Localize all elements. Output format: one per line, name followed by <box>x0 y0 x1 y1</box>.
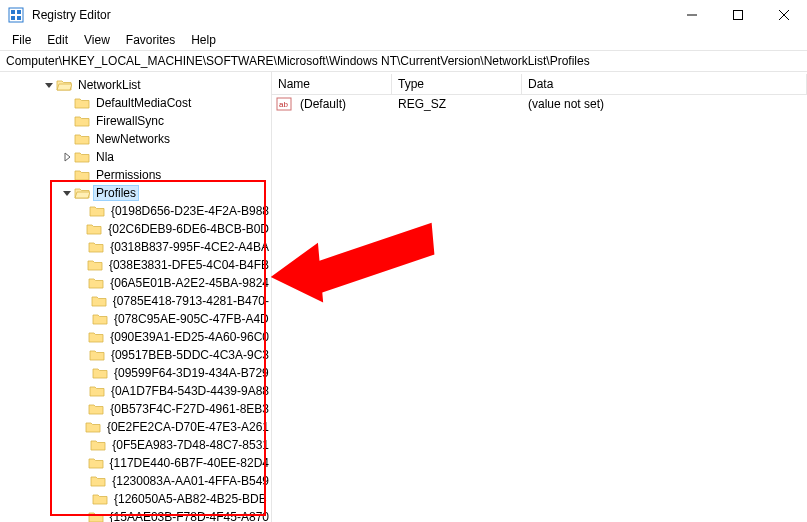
tree-item-profile-guid[interactable]: {0B573F4C-F27D-4961-8EB3 <box>0 400 271 418</box>
tree-item-label: {126050A5-AB82-4B25-BDB <box>112 492 269 506</box>
folder-icon <box>88 510 104 522</box>
list-pane: Name Type Data ab(Default)REG_SZ(value n… <box>272 72 807 522</box>
tree-item-profile-guid[interactable]: {038E3831-DFE5-4C04-B4FB <box>0 256 271 274</box>
folder-icon <box>74 132 90 146</box>
tree-expander[interactable] <box>75 348 89 362</box>
cell-name: (Default) <box>294 96 392 112</box>
tree-item-profile-guid[interactable]: {0F5EA983-7D48-48C7-8531 <box>0 436 271 454</box>
col-header-name[interactable]: Name <box>272 74 392 94</box>
tree-item-label: {0A1D7FB4-543D-4439-9A88 <box>109 384 271 398</box>
tree-item-profile-guid[interactable]: {0785E418-7913-4281-B470- <box>0 292 271 310</box>
tree-item-label: {078C95AE-905C-47FB-A4D <box>112 312 271 326</box>
titlebar: Registry Editor <box>0 0 807 30</box>
svg-rect-6 <box>734 11 743 20</box>
tree-item-profile-guid[interactable]: {126050A5-AB82-4B25-BDB <box>0 490 271 508</box>
tree-item-nla[interactable]: Nla <box>0 148 271 166</box>
tree-expander[interactable] <box>42 78 56 92</box>
tree-item-profile-guid[interactable]: {06A5E01B-A2E2-45BA-9824 <box>0 274 271 292</box>
menu-favorites[interactable]: Favorites <box>118 31 183 49</box>
folder-icon <box>88 402 104 416</box>
tree-expander[interactable] <box>76 474 90 488</box>
tree-expander[interactable] <box>60 96 74 110</box>
list-body[interactable]: ab(Default)REG_SZ(value not set) <box>272 95 807 113</box>
tree-expander[interactable] <box>76 438 90 452</box>
folder-icon <box>90 438 106 452</box>
tree-expander[interactable] <box>60 168 74 182</box>
folder-icon <box>74 186 90 200</box>
tree-item-permissions[interactable]: Permissions <box>0 166 271 184</box>
tree-item-label: {1230083A-AA01-4FFA-B549 <box>110 474 271 488</box>
tree-item-profile-guid[interactable]: {090E39A1-ED25-4A60-96C0 <box>0 328 271 346</box>
address-bar[interactable]: Computer\HKEY_LOCAL_MACHINE\SOFTWARE\Mic… <box>0 50 807 72</box>
folder-icon <box>56 78 72 92</box>
tree-expander[interactable] <box>60 114 74 128</box>
tree-expander[interactable] <box>71 420 85 434</box>
tree-expander[interactable] <box>75 204 89 218</box>
tree-expander[interactable] <box>74 402 88 416</box>
tree-expander[interactable] <box>78 492 92 506</box>
close-button[interactable] <box>761 0 807 30</box>
tree-expander[interactable] <box>60 186 74 200</box>
tree-item-label: {0318B837-995F-4CE2-A4BA <box>108 240 271 254</box>
tree-expander[interactable] <box>75 384 89 398</box>
tree-pane: NetworkListDefaultMediaCostFirewallSyncN… <box>0 72 272 522</box>
menu-help[interactable]: Help <box>183 31 224 49</box>
tree-item-newnetworks[interactable]: NewNetworks <box>0 130 271 148</box>
tree-expander[interactable] <box>74 456 88 470</box>
folder-icon <box>89 204 105 218</box>
tree-expander[interactable] <box>60 132 74 146</box>
tree-expander[interactable] <box>74 330 88 344</box>
tree-item-profile-guid[interactable]: {0A1D7FB4-543D-4439-9A88 <box>0 382 271 400</box>
tree-expander[interactable] <box>74 240 88 254</box>
menu-file[interactable]: File <box>4 31 39 49</box>
folder-icon <box>88 456 104 470</box>
folder-icon <box>92 312 108 326</box>
col-header-type[interactable]: Type <box>392 74 522 94</box>
tree-item-profile-guid[interactable]: {078C95AE-905C-47FB-A4D <box>0 310 271 328</box>
tree-expander[interactable] <box>72 222 86 236</box>
tree[interactable]: NetworkListDefaultMediaCostFirewallSyncN… <box>0 76 271 522</box>
tree-expander[interactable] <box>78 312 92 326</box>
tree-item-profile-guid[interactable]: {1230083A-AA01-4FFA-B549 <box>0 472 271 490</box>
tree-expander[interactable] <box>74 276 88 290</box>
tree-item-firewallsync[interactable]: FirewallSync <box>0 112 271 130</box>
menu-edit[interactable]: Edit <box>39 31 76 49</box>
tree-item-label: Permissions <box>94 168 163 182</box>
tree-item-networklist[interactable]: NetworkList <box>0 76 271 94</box>
svg-rect-2 <box>17 10 21 14</box>
folder-icon <box>87 258 103 272</box>
tree-item-profile-guid[interactable]: {09517BEB-5DDC-4C3A-9C3 <box>0 346 271 364</box>
folder-icon <box>85 420 101 434</box>
tree-item-defaultmediacost[interactable]: DefaultMediaCost <box>0 94 271 112</box>
list-row[interactable]: ab(Default)REG_SZ(value not set) <box>272 95 807 113</box>
tree-item-label: {0B573F4C-F27D-4961-8EB3 <box>108 402 271 416</box>
tree-item-label: Nla <box>94 150 116 164</box>
tree-expander[interactable] <box>60 150 74 164</box>
tree-item-profile-guid[interactable]: {0E2FE2CA-D70E-47E3-A261 <box>0 418 271 436</box>
minimize-button[interactable] <box>669 0 715 30</box>
tree-item-profile-guid[interactable]: {09599F64-3D19-434A-B729 <box>0 364 271 382</box>
tree-expander[interactable] <box>73 258 87 272</box>
tree-item-label: {038E3831-DFE5-4C04-B4FB <box>107 258 271 272</box>
svg-rect-4 <box>17 16 21 20</box>
tree-item-profile-guid[interactable]: {117DE440-6B7F-40EE-82D4 <box>0 454 271 472</box>
tree-expander[interactable] <box>78 366 92 380</box>
folder-icon <box>74 114 90 128</box>
tree-item-profile-guid[interactable]: {0318B837-995F-4CE2-A4BA <box>0 238 271 256</box>
col-header-data[interactable]: Data <box>522 74 807 94</box>
tree-item-profile-guid[interactable]: {02C6DEB9-6DE6-4BCB-B0D <box>0 220 271 238</box>
window-title: Registry Editor <box>32 8 669 22</box>
tree-item-label: DefaultMediaCost <box>94 96 193 110</box>
folder-icon <box>92 366 108 380</box>
menu-view[interactable]: View <box>76 31 118 49</box>
tree-item-profile-guid[interactable]: {0198D656-D23E-4F2A-B988 <box>0 202 271 220</box>
folder-icon <box>74 96 90 110</box>
maximize-button[interactable] <box>715 0 761 30</box>
tree-expander[interactable] <box>74 510 88 522</box>
tree-expander[interactable] <box>77 294 91 308</box>
tree-item-profiles[interactable]: Profiles <box>0 184 271 202</box>
tree-item-profile-guid[interactable]: {15AAE03B-F78D-4F45-A870 <box>0 508 271 522</box>
cell-data: (value not set) <box>522 96 807 112</box>
folder-icon <box>88 276 104 290</box>
tree-item-label: FirewallSync <box>94 114 166 128</box>
